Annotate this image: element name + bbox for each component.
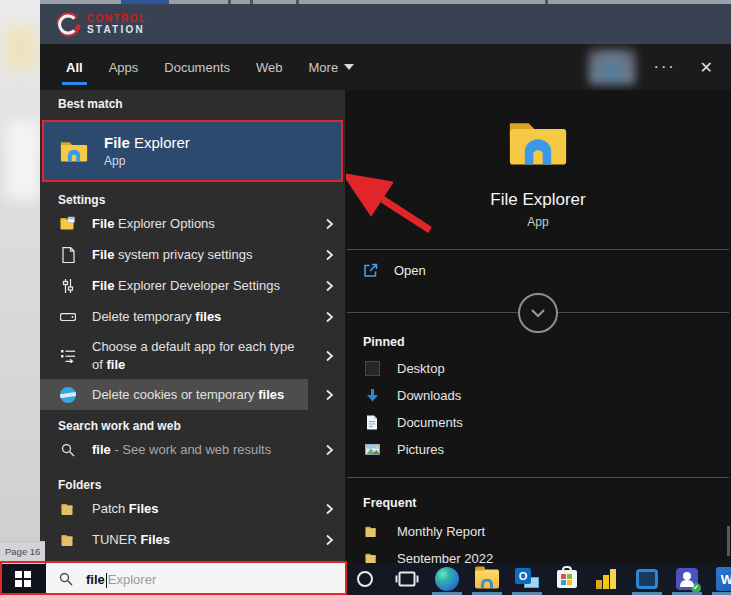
section-header-folders: Folders (58, 477, 345, 493)
vmware-icon[interactable] (636, 569, 658, 589)
search-input-value: file (86, 572, 105, 587)
settings-item-delete-temporary-files[interactable]: Delete temporary files (40, 301, 345, 332)
tab-apps[interactable]: Apps (109, 44, 139, 90)
settings-item-label: File system privacy settings (92, 247, 252, 262)
best-match-result-file-explorer[interactable]: File Explorer App (42, 120, 343, 182)
file-explorer-taskbar-icon[interactable] (475, 570, 499, 589)
chevron-right-icon[interactable] (323, 389, 335, 401)
logo-text-station: STATION (87, 25, 147, 35)
downloads-icon (363, 388, 381, 403)
search-tabs-row: All Apps Documents Web More ··· ✕ (40, 44, 731, 90)
open-label: Open (394, 263, 426, 278)
scrollbar[interactable] (727, 526, 730, 556)
default-apps-list-icon (58, 349, 78, 363)
file-explorer-folder-icon-large (508, 116, 568, 176)
control-station-logo: CONTROL STATION (55, 11, 147, 38)
folder-icon (363, 552, 381, 563)
folder-icon (58, 533, 78, 547)
taskbar-search-box[interactable]: fileExplorer (46, 563, 345, 595)
taskbar-icons: O ✓ W (345, 563, 731, 595)
close-icon[interactable]: ✕ (700, 58, 713, 77)
outlook-icon[interactable]: O (515, 568, 539, 590)
section-header-search-work-web: Search work and web (58, 418, 345, 434)
edge-icon[interactable] (435, 567, 459, 591)
settings-item-label: Delete cookies or temporary files (92, 387, 284, 402)
settings-item-delete-cookies[interactable]: Delete cookies or temporary files (40, 379, 345, 410)
chevron-right-icon[interactable] (323, 503, 335, 515)
settings-item-file-explorer-options[interactable]: File Explorer Options (40, 208, 345, 239)
folder-result-patch-files[interactable]: Patch Files (40, 493, 345, 524)
frequent-item-september-2022[interactable]: September 2022 (345, 545, 731, 563)
tab-all[interactable]: All (66, 44, 83, 90)
blurred-document-content (4, 26, 38, 70)
divider (347, 477, 729, 478)
best-match-subtitle: App (104, 154, 190, 168)
cortana-icon[interactable] (357, 571, 373, 587)
chevron-right-icon[interactable] (323, 311, 335, 323)
chevron-down-icon (344, 64, 354, 70)
screenshot-root: Page 16 CONTROL STATION All Apps Documen… (0, 0, 731, 595)
search-results-column: Best match File Explorer App Settings Fi… (40, 90, 345, 563)
folder-result-tuner-files[interactable]: TUNER Files (40, 524, 345, 555)
web-search-result-file[interactable]: file - See work and web results (40, 434, 345, 465)
section-header-best-match: Best match (58, 96, 345, 112)
desktop-icon (363, 361, 381, 376)
internet-explorer-icon (58, 387, 78, 403)
settings-item-label: Delete temporary files (92, 309, 221, 324)
settings-item-developer-settings[interactable]: File Explorer Developer Settings (40, 270, 345, 301)
windows-logo-icon (15, 571, 31, 587)
folder-options-icon (58, 216, 78, 231)
chevron-right-icon[interactable] (323, 218, 335, 230)
options-ellipsis-icon[interactable]: ··· (654, 58, 676, 76)
taskbar: fileExplorer O ✓ W (0, 563, 731, 595)
folder-result-label: TUNER Files (92, 532, 170, 547)
search-icon (59, 572, 73, 586)
chevron-right-icon[interactable] (323, 534, 335, 546)
tab-documents[interactable]: Documents (164, 44, 230, 90)
logo-text-control: CONTROL (87, 14, 147, 24)
microsoft-store-icon[interactable] (557, 570, 577, 588)
pinned-item-desktop[interactable]: Desktop (345, 355, 731, 382)
chevron-right-icon[interactable] (323, 280, 335, 292)
settings-item-label: Choose a default app for each type of fi… (92, 338, 304, 373)
power-bi-icon[interactable] (596, 569, 618, 589)
folder-icon (58, 502, 78, 516)
tab-web[interactable]: Web (256, 44, 283, 90)
document-icon (58, 247, 78, 263)
settings-item-choose-default-app[interactable]: Choose a default app for each type of fi… (40, 332, 345, 379)
start-button[interactable] (0, 563, 46, 595)
result-detail-panel: File Explorer App Open Pinned (345, 90, 731, 563)
settings-item-file-system-privacy[interactable]: File system privacy settings (40, 239, 345, 270)
open-action[interactable]: Open (345, 250, 731, 290)
settings-item-label: File Explorer Options (92, 216, 215, 231)
tab-more[interactable]: More (309, 44, 355, 90)
detail-subtitle: App (345, 215, 731, 229)
background-document-window (0, 0, 40, 563)
chevron-right-icon[interactable] (323, 249, 335, 261)
settings-item-label: File Explorer Developer Settings (92, 278, 280, 293)
pinned-item-documents[interactable]: Documents (345, 409, 731, 436)
folder-result-label: Patch Files (92, 501, 158, 516)
frequent-item-monthly-report[interactable]: Monthly Report (345, 518, 731, 545)
expand-chevron-button[interactable] (518, 293, 558, 333)
sliders-icon (58, 278, 78, 294)
best-match-title: File Explorer (104, 134, 190, 151)
pinned-item-pictures[interactable]: Pictures (345, 436, 731, 463)
chevron-right-icon[interactable] (323, 444, 335, 456)
word-icon[interactable]: W (716, 567, 731, 591)
folder-icon (363, 525, 381, 538)
text-caret (106, 573, 107, 588)
chevron-right-icon[interactable] (323, 350, 335, 362)
pinned-header: Pinned (363, 335, 731, 349)
pinned-item-downloads[interactable]: Downloads (345, 382, 731, 409)
detail-title: File Explorer (345, 190, 731, 210)
page-indicator: Page 16 (0, 542, 45, 557)
search-autocomplete-suggestion: Explorer (108, 572, 156, 587)
storage-drive-icon (58, 313, 78, 321)
task-view-icon[interactable] (399, 572, 416, 587)
teams-icon[interactable]: ✓ (676, 568, 698, 590)
section-header-settings: Settings (58, 192, 345, 208)
user-avatar[interactable] (588, 49, 636, 85)
pictures-icon (363, 444, 381, 455)
documents-icon (363, 415, 381, 430)
